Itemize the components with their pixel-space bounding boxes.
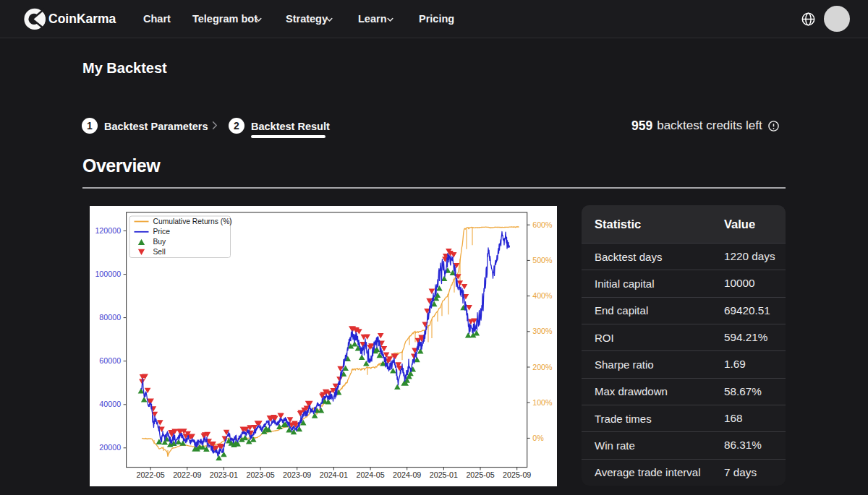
svg-text:Cumulative Returns (%): Cumulative Returns (%) [153, 218, 232, 225]
svg-text:80000: 80000 [99, 313, 121, 322]
svg-text:500%: 500% [532, 256, 553, 264]
svg-text:Price: Price [153, 228, 171, 236]
svg-text:2025-05: 2025-05 [466, 470, 494, 479]
svg-text:200%: 200% [532, 363, 553, 371]
svg-text:2022-09: 2022-09 [173, 470, 201, 479]
svg-text:20000: 20000 [99, 443, 121, 452]
svg-text:2024-01: 2024-01 [320, 470, 348, 479]
svg-text:60000: 60000 [99, 356, 121, 365]
svg-text:100%: 100% [532, 398, 553, 407]
svg-text:2024-05: 2024-05 [356, 470, 384, 479]
svg-text:600%: 600% [532, 220, 553, 229]
svg-text:400%: 400% [532, 291, 553, 300]
svg-text:2022-05: 2022-05 [136, 470, 164, 479]
svg-text:2025-01: 2025-01 [430, 470, 458, 479]
svg-text:2024-09: 2024-09 [393, 470, 421, 479]
svg-text:Sell: Sell [153, 248, 166, 256]
svg-text:2023-09: 2023-09 [283, 470, 311, 479]
svg-text:Buy: Buy [153, 238, 167, 246]
svg-text:300%: 300% [532, 327, 553, 335]
svg-text:2023-05: 2023-05 [246, 470, 274, 479]
svg-text:2025-09: 2025-09 [503, 470, 531, 479]
svg-text:0%: 0% [532, 434, 544, 442]
svg-text:40000: 40000 [99, 400, 121, 408]
svg-text:100000: 100000 [95, 270, 121, 278]
svg-text:120000: 120000 [95, 226, 121, 235]
svg-text:2023-01: 2023-01 [210, 470, 238, 479]
